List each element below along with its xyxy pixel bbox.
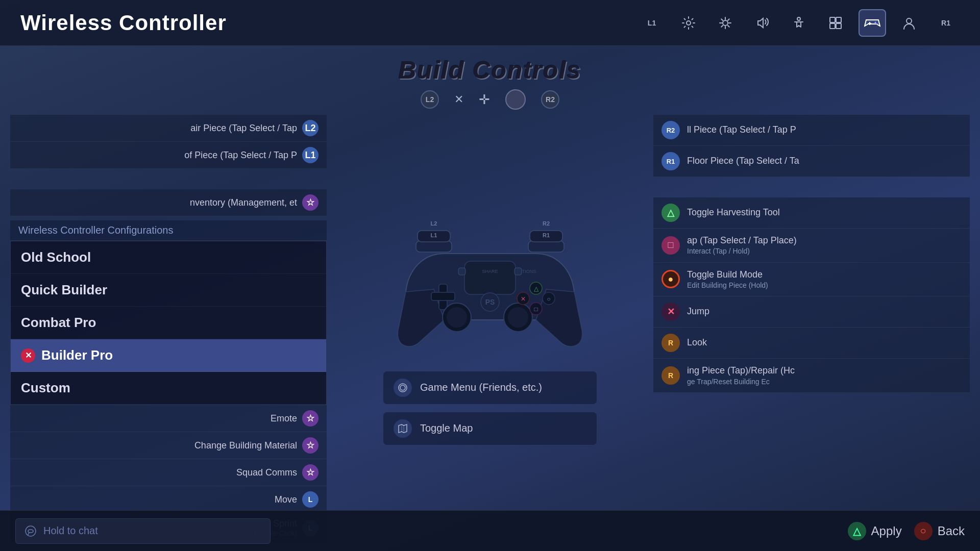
svg-rect-23 <box>458 268 465 275</box>
svg-point-30 <box>447 307 467 328</box>
inventory-mapping: nventory (Management, et ☆ <box>10 189 327 216</box>
x-icon: ✕ <box>662 303 680 321</box>
nav-audio[interactable] <box>748 9 776 37</box>
emote-icon: ☆ <box>302 410 318 427</box>
svg-point-45 <box>26 526 36 536</box>
r2-mapping-text: ll Piece (Tap Select / Tap P <box>687 124 962 136</box>
squad-comms-icon: ☆ <box>302 464 318 481</box>
svg-point-11 <box>906 18 912 23</box>
nav-layout[interactable] <box>822 9 849 37</box>
square-mapping: □ ap (Tap Select / Tap Place) Interact (… <box>653 229 970 263</box>
emote-text: Emote <box>271 413 297 424</box>
nav-l1[interactable]: L1 <box>638 9 666 37</box>
chat-icon <box>24 524 37 538</box>
page-title: Wireless Controller <box>20 11 227 35</box>
circle-text: Toggle Build Mode Edit Building Piece (H… <box>687 269 962 290</box>
emote-mapping: Emote ☆ <box>10 405 327 432</box>
svg-rect-5 <box>830 23 835 29</box>
nav-accessibility[interactable] <box>785 9 813 37</box>
right-panel: R2 ll Piece (Tap Select / Tap P R1 Floor… <box>653 115 970 543</box>
back-button[interactable]: ○ Back <box>914 522 965 540</box>
svg-point-1 <box>723 20 728 26</box>
change-material-icon: ☆ <box>302 437 318 454</box>
r-repair-sub-text: ge Trap/Reset Building Ec <box>687 377 962 386</box>
game-menu-btn: Game Menu (Friends, etc.) <box>383 371 597 405</box>
svg-rect-16 <box>528 241 564 252</box>
left-mapping-l1: of Piece (Tap Select / Tap P L1 <box>10 142 327 169</box>
r2-mapping-icon: R2 <box>662 121 680 139</box>
l2-mapping-text: air Piece (Tap Select / Tap <box>190 123 297 134</box>
r-repair-mapping: R ing Piece (Tap)/Repair (Hc ge Trap/Res… <box>653 359 970 393</box>
topbar: Wireless Controller L1 <box>0 0 980 46</box>
config-builder-pro[interactable]: ✕ Builder Pro <box>11 339 326 372</box>
svg-rect-12 <box>416 241 452 252</box>
active-indicator: ✕ <box>21 348 35 363</box>
svg-text:✕: ✕ <box>521 295 526 303</box>
svg-point-9 <box>875 21 876 23</box>
bottom-actions: △ Apply ○ Back <box>848 522 965 540</box>
svg-point-0 <box>687 21 691 25</box>
svg-rect-24 <box>514 268 522 275</box>
nav-r1[interactable]: R1 <box>932 9 960 37</box>
move-icon: L <box>302 491 318 508</box>
svg-text:△: △ <box>534 285 539 292</box>
squad-comms-text: Squad Comms <box>236 467 297 478</box>
config-section-label: Wireless Controller Configurations <box>10 220 327 241</box>
apply-button[interactable]: △ Apply <box>848 522 902 540</box>
toggle-map-icon <box>394 419 412 438</box>
svg-rect-6 <box>836 23 841 29</box>
toggle-map-btn: Toggle Map <box>383 412 597 445</box>
change-material-mapping: Change Building Material ☆ <box>10 432 327 459</box>
triangle-apply-icon: △ <box>848 522 866 540</box>
svg-text:PS: PS <box>485 298 495 306</box>
l1-mapping-text: of Piece (Tap Select / Tap P <box>184 150 297 161</box>
r-text: Look <box>687 337 962 348</box>
circle-btn <box>505 89 526 110</box>
toggle-map-label: Toggle Map <box>420 422 473 434</box>
back-label: Back <box>938 524 965 538</box>
controller-svg: L1 L2 R1 R2 SHARE OPTIONS PS <box>383 213 597 361</box>
r2-badge: R2 <box>541 90 559 109</box>
config-combat-pro[interactable]: Combat Pro <box>11 307 326 339</box>
r1-mapping-text: Floor Piece (Tap Select / Ta <box>687 155 962 167</box>
nav-profile[interactable] <box>895 9 923 37</box>
bottombar: Hold to chat △ Apply ○ Back <box>0 510 980 551</box>
l1-btn-icon: L1 <box>302 147 318 163</box>
r2-mapping: R2 ll Piece (Tap Select / Tap P <box>653 115 970 146</box>
nav-controller[interactable] <box>859 9 886 37</box>
middle-section: air Piece (Tap Select / Tap L2 of Piece … <box>0 115 980 543</box>
nav-brightness[interactable] <box>712 9 739 37</box>
move-mapping: Move L <box>10 486 327 513</box>
x-mapping: ✕ Jump <box>653 296 970 328</box>
left-panel: air Piece (Tap Select / Tap L2 of Piece … <box>10 115 327 543</box>
circle-icon: ● <box>662 270 680 288</box>
svg-rect-28 <box>431 292 455 300</box>
config-quick-builder[interactable]: Quick Builder <box>11 274 326 307</box>
chat-input-area[interactable]: Hold to chat <box>15 518 271 544</box>
r1-mapping-icon: R1 <box>662 152 680 170</box>
l2-badge: L2 <box>421 90 439 109</box>
x-symbol: ✕ <box>454 93 463 106</box>
controller-bottom-buttons: Game Menu (Friends, etc.) Toggle Map <box>383 371 597 445</box>
svg-point-32 <box>508 307 528 328</box>
apply-label: Apply <box>871 524 902 538</box>
square-icon: □ <box>662 236 680 255</box>
triangle-icon: △ <box>662 204 680 222</box>
game-menu-icon <box>394 379 412 397</box>
svg-text:○: ○ <box>547 295 550 303</box>
r1-mapping: R1 Floor Piece (Tap Select / Ta <box>653 146 970 177</box>
triangle-text: Toggle Harvesting Tool <box>687 207 962 218</box>
inventory-icon: ☆ <box>302 194 318 211</box>
svg-point-42 <box>400 385 405 390</box>
nav-gear[interactable] <box>675 9 702 37</box>
controller-top-row: L2 ✕ ✛ R2 <box>0 89 980 110</box>
config-custom[interactable]: Custom <box>11 372 326 405</box>
svg-text:L1: L1 <box>431 232 437 238</box>
l2-btn-icon: L2 <box>302 120 318 136</box>
build-controls-title: Build Controls <box>399 57 582 84</box>
change-material-text: Change Building Material <box>194 440 297 451</box>
square-sub-text: Interact (Tap / Hold) <box>687 246 962 256</box>
svg-rect-20 <box>464 261 516 294</box>
dpad-symbol: ✛ <box>479 92 490 108</box>
config-old-school[interactable]: Old School <box>11 241 326 274</box>
